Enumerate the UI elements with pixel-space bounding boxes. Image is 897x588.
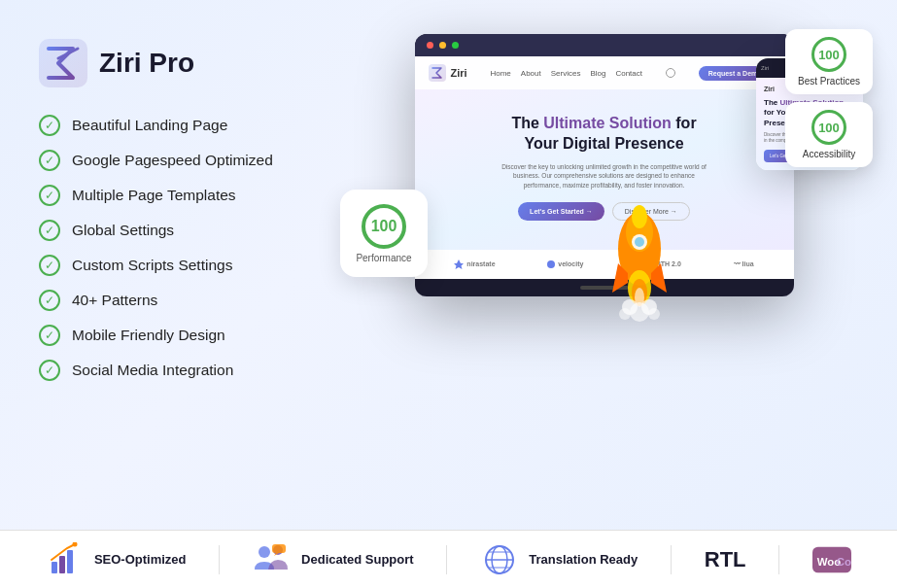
feature-label: Beautiful Landing Page [72, 117, 227, 134]
left-section: Ziri Pro ✓ Beautiful Landing Page ✓ Goog… [39, 29, 350, 395]
feature-item: ✓ Multiple Page Templates [39, 185, 350, 206]
mock-logo-icon [429, 64, 446, 82]
bottom-item-support: Dedicated Support [253, 540, 414, 579]
svg-rect-16 [59, 556, 65, 573]
mock-hero-desc: Discover the key to unlocking unlimited … [498, 162, 711, 190]
mock-logo: Ziri [429, 64, 467, 82]
svg-rect-15 [52, 562, 57, 573]
mock-brand-2: velocity [547, 260, 583, 268]
logo-text: Ziri Pro [99, 48, 194, 79]
nav-blog: Blog [590, 69, 605, 78]
feature-item: ✓ Global Settings [39, 220, 350, 241]
feature-label: Mobile Friendly Design [72, 327, 225, 344]
divider-2 [446, 545, 447, 574]
svg-point-13 [619, 308, 631, 320]
mock-logo-text: Ziri [451, 67, 467, 79]
mock-nav-links: Home About Services Blog Contact [490, 69, 642, 78]
svg-point-14 [648, 308, 660, 320]
feature-label: Social Media Integration [72, 362, 233, 379]
feature-label: Multiple Page Templates [72, 187, 236, 204]
browser-dot-yellow [439, 42, 446, 49]
check-icon: ✓ [39, 290, 60, 311]
best-practices-card: 100 Best Practices [785, 29, 873, 94]
seo-label: SEO-Optimized [94, 552, 187, 567]
svg-rect-17 [67, 550, 73, 573]
rocket-container [581, 195, 698, 326]
bottom-item-rtl: RTL [705, 547, 746, 572]
svg-point-4 [632, 205, 647, 228]
performance-badge: 100 Performance [340, 190, 428, 277]
main-container: Ziri Pro ✓ Beautiful Landing Page ✓ Goog… [0, 0, 897, 530]
feature-label: Custom Scripts Settings [72, 257, 232, 274]
check-icon: ✓ [39, 115, 60, 136]
nav-home: Home [490, 69, 510, 78]
divider-4 [778, 545, 779, 574]
right-section: 100 Performance 100 Best Practices 100 A… [350, 29, 858, 296]
features-list: ✓ Beautiful Landing Page ✓ Google Pagesp… [39, 115, 350, 381]
best-practices-score: 100 [811, 37, 846, 72]
browser-dot-green [452, 42, 459, 49]
mock-brand-1: nirastate [454, 259, 495, 269]
accessibility-label: Accessibility [803, 149, 855, 159]
mock-search [666, 68, 675, 78]
translate-icon [480, 540, 519, 579]
feature-item: ✓ Google Pagespeed Optimized [39, 150, 350, 171]
rtl-label: RTL [705, 547, 746, 572]
nav-services: Services [551, 69, 581, 78]
feature-item: ✓ Mobile Friendly Design [39, 325, 350, 346]
check-icon: ✓ [39, 360, 60, 381]
bottom-item-woo: Woo Commerce WooCommerce [812, 540, 851, 579]
search-icon [666, 68, 675, 78]
svg-point-6 [635, 237, 644, 247]
svg-text:Commerce: Commerce [837, 555, 851, 567]
chart-icon [46, 540, 85, 579]
accessibility-score: 100 [811, 110, 846, 145]
logo-area: Ziri Pro [39, 39, 350, 87]
bottom-item-translation: Translation Ready [480, 540, 638, 579]
divider-3 [671, 545, 672, 574]
svg-rect-0 [39, 39, 87, 87]
performance-score: 100 [362, 204, 406, 249]
check-icon: ✓ [39, 255, 60, 276]
rocket-icon [581, 195, 698, 322]
divider-1 [219, 545, 220, 574]
mobile-logo-text: Ziri [764, 86, 775, 92]
translation-label: Translation Ready [529, 552, 638, 567]
check-icon: ✓ [39, 220, 60, 241]
logo-icon [39, 39, 87, 87]
browser-bar [415, 34, 794, 56]
check-icon: ✓ [39, 150, 60, 171]
feature-label: 40+ Patterns [72, 292, 157, 309]
performance-label: Performance [356, 253, 411, 263]
feature-item: ✓ Social Media Integration [39, 360, 350, 381]
feature-item: ✓ 40+ Patterns [39, 290, 350, 311]
woo-icon: Woo Commerce [812, 540, 851, 579]
feature-item: ✓ Custom Scripts Settings [39, 255, 350, 276]
browser-dot-red [427, 42, 433, 49]
bottom-bar: SEO-Optimized Dedicated Support [0, 530, 897, 588]
nav-about: About [521, 69, 541, 78]
nav-contact: Contact [615, 69, 642, 78]
feature-label: Google Pagespeed Optimized [72, 152, 273, 169]
best-practices-label: Best Practices [798, 76, 860, 86]
svg-point-19 [259, 546, 270, 558]
bottom-item-seo: SEO-Optimized [46, 540, 187, 579]
check-icon: ✓ [39, 325, 60, 346]
feature-label: Global Settings [72, 222, 174, 239]
support-icon [253, 540, 292, 579]
check-icon: ✓ [39, 185, 60, 206]
accessibility-card: 100 Accessibility [785, 102, 873, 167]
mock-hero-highlight: Ultimate Solution [543, 115, 672, 131]
mock-hero-title: The Ultimate Solution forYour Digital Pr… [434, 114, 775, 155]
support-label: Dedicated Support [301, 552, 414, 567]
score-badges: 100 Best Practices 100 Accessibility [785, 29, 873, 167]
mock-brand-4: 〰 liua [734, 260, 754, 267]
mock-navbar: Ziri Home About Services Blog Contact Re… [415, 56, 794, 89]
feature-item: ✓ Beautiful Landing Page [39, 115, 350, 136]
svg-rect-21 [272, 544, 286, 553]
